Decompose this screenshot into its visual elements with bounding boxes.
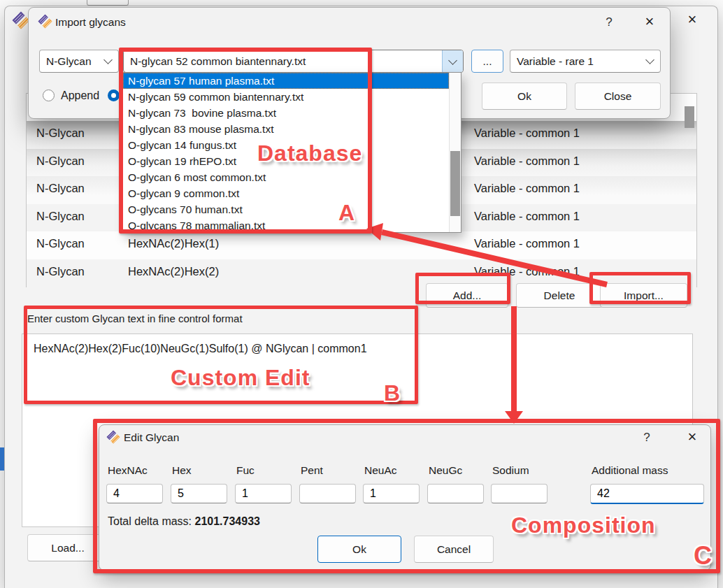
- pent-input[interactable]: [299, 484, 356, 503]
- dropdown-item[interactable]: O-glycans 70 human.txt: [123, 201, 449, 217]
- edit-cancel-button[interactable]: Cancel: [414, 536, 494, 563]
- neugc-input[interactable]: [427, 484, 484, 503]
- custom-glycan-label: Enter custom Glycan text in fine control…: [27, 313, 243, 324]
- chevron-down-icon: [103, 55, 113, 64]
- field-label-hexnac: HexNAc: [108, 464, 148, 477]
- add-button[interactable]: Add...: [426, 283, 508, 308]
- glycan-type-combo[interactable]: N-Glycan: [39, 50, 119, 73]
- field-label-neuac: NeuAc: [364, 464, 397, 477]
- edit-dialog-title: Edit Glycan: [124, 431, 179, 444]
- table-row[interactable]: N-Glycan HexNAc(2)Hex(1) Variable - comm…: [27, 231, 696, 259]
- import-dialog-icon: [38, 14, 52, 29]
- import-dialog-close-icon[interactable]: ×: [638, 14, 661, 29]
- chevron-down-icon: [448, 56, 457, 65]
- modification-combo[interactable]: Variable - rare 1: [510, 50, 661, 73]
- dropdown-item[interactable]: O-glycan 19 rhEPO.txt: [123, 153, 449, 169]
- total-delta-mass-value: 2101.734933: [195, 515, 260, 527]
- browse-button[interactable]: ...: [471, 50, 503, 73]
- hex-input[interactable]: [171, 484, 227, 503]
- edit-dialog-icon: [106, 430, 120, 444]
- dropdown-scrollbar[interactable]: [449, 73, 461, 232]
- delete-button[interactable]: Delete: [516, 283, 603, 308]
- field-label-neugc: NeuGc: [429, 464, 462, 477]
- table-scrollbar[interactable]: [685, 106, 694, 128]
- combo-dropdown-button[interactable]: [442, 50, 463, 72]
- chevron-down-icon: [645, 55, 654, 64]
- edit-glycan-dialog: Edit Glycan ? × HexNAc Hex Fuc Pent NeuA…: [99, 424, 711, 571]
- dropdown-item[interactable]: N-glycan 59 common biantennary.txt: [123, 89, 449, 105]
- main-window-close-icon[interactable]: ×: [682, 12, 703, 27]
- import-button[interactable]: Import...: [600, 283, 687, 308]
- overwrite-radio[interactable]: [108, 89, 120, 101]
- glycan-file-combo[interactable]: N-glycan 52 common biantennary.txt: [123, 50, 464, 73]
- dropdown-scrollbar-thumb[interactable]: [450, 151, 460, 216]
- import-ok-button[interactable]: Ok: [482, 83, 567, 110]
- field-label-sodium: Sodium: [492, 464, 529, 477]
- edit-dialog-close-icon[interactable]: ×: [682, 429, 703, 445]
- fuc-input[interactable]: [235, 484, 292, 503]
- hexnac-input[interactable]: [106, 484, 163, 503]
- import-dialog-help-icon[interactable]: ?: [599, 15, 620, 29]
- dropdown-item[interactable]: N-glycan 83 mouse plasma.txt: [123, 121, 449, 137]
- dropdown-item[interactable]: N-glycan 73 bovine plasma.txt: [123, 105, 449, 121]
- screenshot-root: { "annotation": { "color": "#ee3b3b", "d…: [0, 0, 723, 588]
- sodium-input[interactable]: [491, 484, 547, 503]
- import-dialog-title: Import glycans: [55, 16, 126, 29]
- background-window-edge: [0, 447, 4, 471]
- dropdown-item[interactable]: O-glycan 6 most common.txt: [123, 169, 449, 185]
- field-label-pent: Pent: [301, 464, 323, 477]
- append-radio[interactable]: [43, 89, 55, 101]
- edit-ok-button[interactable]: Ok: [317, 536, 401, 563]
- neuac-input[interactable]: [363, 484, 420, 503]
- field-label-fuc: Fuc: [236, 464, 255, 477]
- dropdown-item[interactable]: N-glycan 57 human plasma.txt: [123, 73, 449, 89]
- custom-glycan-text: HexNAc(2)Hex(2)Fuc(10)NeuGc(1)Sulfo(1) @…: [22, 334, 692, 355]
- import-close-button[interactable]: Close: [575, 83, 661, 110]
- total-delta-mass: Total delta mass: 2101.734933: [108, 515, 260, 528]
- append-radio-label: Append: [61, 89, 99, 102]
- dropdown-item[interactable]: O-glycan 9 common.txt: [123, 185, 449, 201]
- load-button[interactable]: Load...: [27, 534, 108, 561]
- background-window-fragment: [87, 0, 129, 6]
- field-label-additional-mass: Additional mass: [592, 464, 668, 477]
- edit-dialog-help-icon[interactable]: ?: [638, 431, 656, 445]
- glycan-file-dropdown-list: N-glycan 57 human plasma.txt N-glycan 59…: [122, 72, 461, 233]
- total-delta-mass-label: Total delta mass:: [108, 515, 192, 527]
- additional-mass-input[interactable]: [590, 484, 704, 504]
- dropdown-item[interactable]: O-glycan 14 fungus.txt: [123, 137, 449, 153]
- dropdown-item[interactable]: O-glycans 78 mammalian.txt: [123, 217, 449, 234]
- field-label-hex: Hex: [172, 464, 192, 477]
